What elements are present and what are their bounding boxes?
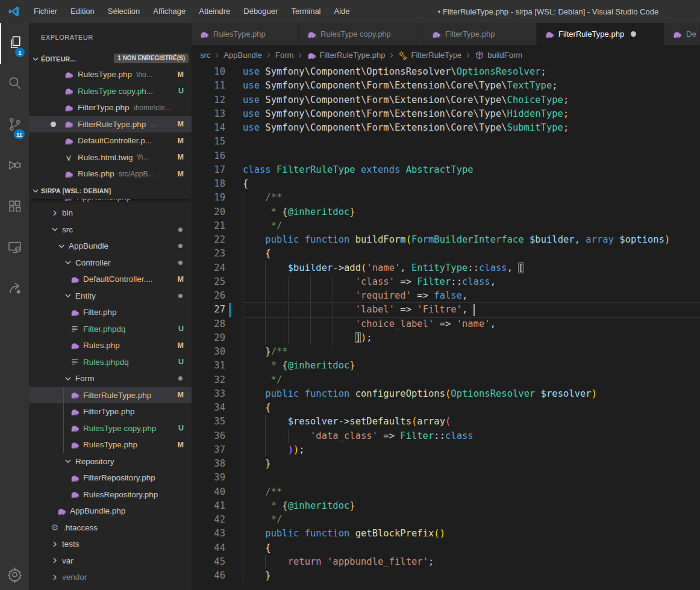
- gutter-line-23[interactable]: 23: [192, 247, 243, 261]
- gutter-line-41[interactable]: 41: [192, 499, 243, 513]
- breadcrumb-buildForm[interactable]: buildForm: [475, 51, 522, 60]
- gutter-line-40[interactable]: 40: [192, 485, 243, 499]
- breadcrumb-Form[interactable]: Form: [275, 51, 293, 60]
- activity-live-share[interactable]: [0, 269, 29, 309]
- code-text[interactable]: public function configureOptions(Options…: [243, 387, 700, 401]
- gutter-line-16[interactable]: 16: [192, 149, 243, 163]
- gutter-line-32[interactable]: 32: [192, 373, 243, 387]
- file-AppBundle-php[interactable]: AppBundle.php: [29, 503, 192, 520]
- gutter-line-18[interactable]: 18: [192, 177, 243, 191]
- file-Filter-php[interactable]: Filter.php: [29, 304, 192, 321]
- code-line-36[interactable]: 36 'data_class' => Filter::class: [192, 429, 700, 443]
- code-text[interactable]: */: [243, 219, 700, 233]
- code-text[interactable]: public function buildForm(FormBuilderInt…: [243, 233, 700, 247]
- code-text[interactable]: 'required' => false,: [243, 289, 700, 303]
- code-line-34[interactable]: 34 {: [192, 401, 700, 415]
- code-text[interactable]: {: [243, 541, 700, 555]
- folder-Controller[interactable]: Controller: [29, 255, 192, 272]
- code-line-16[interactable]: 16: [192, 149, 700, 163]
- code-text[interactable]: use Symfony\Component\OptionsResolver\Op…: [243, 65, 700, 79]
- gutter-line-12[interactable]: 12: [192, 93, 243, 107]
- breadcrumb-FilterRuleType-php[interactable]: FilterRuleType.php: [307, 51, 385, 60]
- code-text[interactable]: ));: [243, 443, 700, 457]
- open-editor-FilterType-php[interactable]: FilterType.php\home\cle...: [29, 99, 192, 116]
- open-editor-RulesType-php[interactable]: RulesType.php\ho...M: [29, 66, 192, 83]
- gutter-line-31[interactable]: 31: [192, 359, 243, 373]
- code-line-19[interactable]: 19 /**: [192, 191, 700, 205]
- gutter-line-46[interactable]: 46: [192, 569, 243, 583]
- open-editor-Rules-html-twig[interactable]: Rules.html.twig\h...M: [29, 149, 192, 166]
- code-line-42[interactable]: 42 */: [192, 513, 700, 527]
- project-section-header[interactable]: SIRPA [WSL: DEBIAN]: [29, 183, 192, 199]
- gutter-line-39[interactable]: 39: [192, 471, 243, 485]
- folder-Entity[interactable]: Entity: [29, 288, 192, 305]
- code-text[interactable]: use Symfony\Component\Form\Extension\Cor…: [243, 121, 700, 135]
- code-text[interactable]: /**: [243, 191, 700, 205]
- gutter-line-22[interactable]: 22: [192, 233, 243, 247]
- file-Rules-php[interactable]: Rules.phpM: [29, 337, 192, 354]
- gutter-line-21[interactable]: 21: [192, 219, 243, 233]
- gutter-line-14[interactable]: 14: [192, 121, 243, 135]
- menu-affichage[interactable]: Affichage: [146, 0, 192, 23]
- code-line-44[interactable]: 44 {: [192, 541, 700, 555]
- file-RulesType-php[interactable]: RulesType.phpM: [29, 436, 192, 453]
- code-line-24[interactable]: 24 $builder->add('name', EntityType::cla…: [192, 261, 700, 275]
- gutter-line-24[interactable]: 24: [192, 261, 243, 275]
- tab-FilterType-php[interactable]: FilterType.php: [423, 23, 537, 45]
- code-text[interactable]: use Symfony\Component\Form\Extension\Cor…: [243, 79, 700, 93]
- file-FilterRepository-php[interactable]: FilterRepository.php: [29, 470, 192, 486]
- gutter-line-44[interactable]: 44: [192, 541, 243, 555]
- folder-Form[interactable]: Form: [29, 370, 192, 387]
- code-line-20[interactable]: 20 * {@inheritdoc}: [192, 205, 700, 219]
- code-text[interactable]: {: [243, 247, 700, 261]
- code-line-38[interactable]: 38 }: [192, 457, 700, 471]
- code-line-46[interactable]: 46 }: [192, 569, 700, 583]
- code-text[interactable]: 'label' => 'Filtre',: [243, 303, 700, 317]
- gutter-line-35[interactable]: 35: [192, 415, 243, 429]
- code-line-15[interactable]: 15: [192, 135, 700, 149]
- code-text[interactable]: {: [243, 401, 700, 415]
- tab-RulesType-php[interactable]: RulesType.php: [192, 23, 299, 45]
- gutter-line-38[interactable]: 38: [192, 457, 243, 471]
- code-line-33[interactable]: 33 public function configureOptions(Opti…: [192, 387, 700, 401]
- code-text[interactable]: [243, 135, 700, 149]
- activity-explorer[interactable]: 1: [0, 23, 29, 64]
- code-text[interactable]: /**: [243, 485, 700, 499]
- activity-remote-explorer[interactable]: [0, 228, 29, 269]
- gutter-line-36[interactable]: 36: [192, 429, 243, 443]
- code-line-25[interactable]: 25 'class' => Filter::class,: [192, 275, 700, 289]
- gutter-line-10[interactable]: 10: [192, 65, 243, 79]
- code-text[interactable]: [243, 471, 700, 485]
- open-editor-RulesType-copy-ph-[interactable]: RulesType copy.ph...U: [29, 83, 192, 100]
- code-line-10[interactable]: 10use Symfony\Component\OptionsResolver\…: [192, 65, 700, 79]
- code-line-17[interactable]: 17class FilterRuleType extends AbstractT…: [192, 163, 700, 177]
- folder-vendor[interactable]: vendor: [29, 569, 192, 586]
- code-text[interactable]: */: [243, 513, 700, 527]
- code-text[interactable]: 'class' => Filter::class,: [243, 275, 700, 289]
- code-text[interactable]: class FilterRuleType extends AbstractTyp…: [243, 163, 700, 177]
- gutter-line-13[interactable]: 13: [192, 107, 243, 121]
- code-text[interactable]: use Symfony\Component\Form\Extension\Cor…: [243, 107, 700, 121]
- gutter-line-34[interactable]: 34: [192, 401, 243, 415]
- file-DefaultController-[interactable]: DefaultController....M: [29, 271, 192, 288]
- code-text[interactable]: $builder->add('name', EntityType::class,…: [243, 261, 700, 275]
- code-text[interactable]: {: [243, 177, 700, 191]
- code-text[interactable]: }: [243, 569, 700, 583]
- code-text[interactable]: $resolver->setDefaults(array(: [243, 415, 700, 429]
- code-text[interactable]: * {@inheritdoc}: [243, 205, 700, 219]
- file-RulesType-copy-php[interactable]: RulesType copy.phpU: [29, 420, 192, 437]
- gutter-line-20[interactable]: 20: [192, 205, 243, 219]
- code-line-27[interactable]: 27 'label' => 'Filtre',: [192, 303, 700, 317]
- code-line-21[interactable]: 21 */: [192, 219, 700, 233]
- code-line-28[interactable]: 28 'choice_label' => 'name',: [192, 317, 700, 331]
- file-RulesRepository-php[interactable]: RulesRepository.php: [29, 486, 192, 503]
- code-line-18[interactable]: 18{: [192, 177, 700, 191]
- code-text[interactable]: */: [243, 373, 700, 387]
- code-line-32[interactable]: 32 */: [192, 373, 700, 387]
- gutter-line-15[interactable]: 15: [192, 135, 243, 149]
- folder-tests[interactable]: tests: [29, 536, 192, 553]
- gutter-line-45[interactable]: 45: [192, 555, 243, 569]
- code-text[interactable]: use Symfony\Component\Form\Extension\Cor…: [243, 93, 700, 107]
- file-Filter-phpdq[interactable]: Filter.phpdqU: [29, 321, 192, 338]
- gutter-line-42[interactable]: 42: [192, 513, 243, 527]
